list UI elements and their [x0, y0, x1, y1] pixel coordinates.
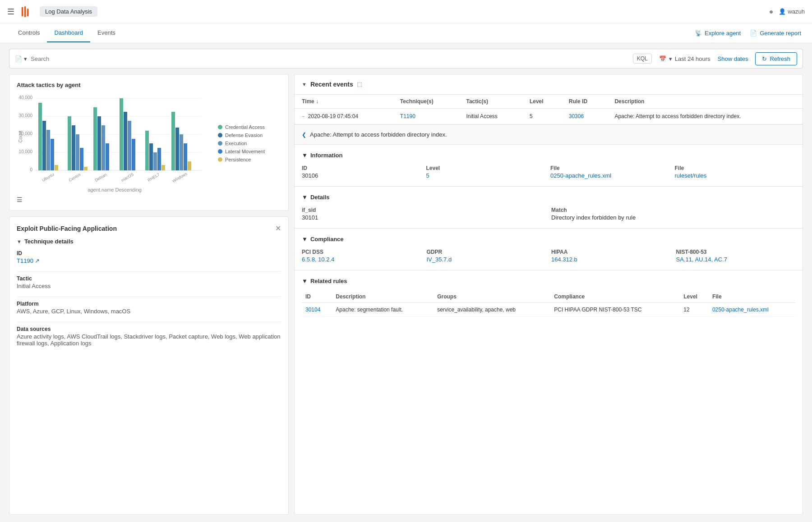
refresh-icon: ↻: [762, 55, 767, 62]
svg-rect-31: [132, 139, 135, 170]
related-rules-toggle[interactable]: ▼ Related rules: [302, 278, 795, 284]
compliance-section-title: Compliance: [310, 236, 344, 243]
exploit-header: Exploit Public-Facing Application ✕: [17, 224, 281, 233]
tab-events[interactable]: Events: [90, 24, 123, 42]
time-filter[interactable]: 📅 ▾ Last 24 hours: [659, 55, 710, 62]
information-section-toggle[interactable]: ▼ Information: [302, 152, 795, 159]
close-icon[interactable]: ✕: [275, 224, 281, 233]
document-icon: 📄: [15, 55, 22, 62]
info-file2-cell: File ruleset/rules: [675, 165, 796, 179]
info-level-link[interactable]: 5: [426, 172, 429, 179]
detail-panel-back-icon[interactable]: ❮: [302, 132, 306, 138]
svg-rect-2: [27, 9, 29, 17]
user-menu[interactable]: 👤 wazuh: [779, 8, 805, 15]
info-file2-link[interactable]: ruleset/rules: [675, 172, 707, 179]
svg-text:30,000: 30,000: [18, 113, 32, 118]
left-panel: Attack tactics by agent 40,000 30,000 20…: [9, 74, 289, 515]
generate-report-button[interactable]: 📄 Generate report: [750, 30, 801, 37]
svg-text:Ubuntu: Ubuntu: [41, 172, 55, 183]
chart-footer: ☰: [17, 196, 281, 203]
recent-events-external-link-icon[interactable]: ⬚: [357, 81, 362, 87]
refresh-button[interactable]: ↻ Refresh: [755, 52, 797, 65]
compliance-gdpr-link[interactable]: IV_35.7.d: [427, 256, 546, 263]
exploit-platform-label: Platform: [17, 301, 281, 307]
col-techniques: Technique(s): [393, 95, 459, 109]
rr-file-link[interactable]: 0250-apache_rules.xml: [712, 307, 769, 313]
svg-rect-29: [124, 112, 127, 170]
kql-badge[interactable]: KQL: [633, 54, 652, 64]
exploit-id-value[interactable]: T1190 ↗: [17, 257, 40, 264]
svg-rect-36: [161, 165, 165, 170]
compliance-hipaa-link[interactable]: 164.312.b: [551, 256, 671, 263]
explore-agent-button[interactable]: 📡 Explore agent: [695, 30, 741, 37]
nav-tabs: Controls Dashboard Events: [11, 24, 123, 42]
event-rule-id[interactable]: 30306: [562, 109, 608, 124]
user-name: wazuh: [788, 8, 805, 15]
compliance-pci-link[interactable]: 6.5.8, 10.2.4: [302, 256, 421, 263]
search-input[interactable]: [31, 55, 629, 62]
svg-rect-32: [145, 131, 149, 170]
col-description: Description: [607, 95, 803, 109]
rr-description: Apache: segmentation fault.: [332, 303, 434, 317]
event-level: 5: [522, 109, 562, 124]
main-content: Attack tactics by agent 40,000 30,000 20…: [0, 74, 812, 522]
info-id-cell: ID 30106: [302, 165, 423, 179]
exploit-platform-value: AWS, Azure, GCP, Linux, Windows, macOS: [17, 308, 281, 315]
user-icon: 👤: [779, 8, 786, 15]
info-file-link[interactable]: 0250-apache_rules.xml: [550, 172, 611, 179]
related-rules-section: ▼ Related rules ID Description Groups Co…: [295, 270, 803, 324]
compliance-gdpr-cell: GDPR IV_35.7.d: [427, 249, 546, 263]
time-filter-label: Last 24 hours: [675, 55, 710, 62]
svg-rect-26: [102, 125, 105, 170]
recent-events-chevron[interactable]: ▼: [302, 82, 307, 87]
logo: [20, 5, 34, 19]
details-section: ▼ Details if_sid 30101 Match Directory i…: [295, 187, 803, 229]
settings-icon[interactable]: ●: [769, 8, 774, 16]
legend-label-credential: Credential Access: [225, 124, 265, 130]
search-bar: 📄 ▾ KQL 📅 ▾ Last 24 hours Show dates ↻ R…: [9, 49, 803, 69]
legend-execution: Execution: [218, 141, 281, 146]
svg-rect-39: [180, 134, 183, 170]
exploit-tactic-value: Initial Access: [17, 283, 281, 289]
event-technique[interactable]: T1190: [393, 109, 459, 124]
svg-text:10,000: 10,000: [18, 149, 32, 154]
exploit-platform-row: Platform AWS, Azure, GCP, Linux, Windows…: [17, 301, 281, 315]
tab-controls[interactable]: Controls: [11, 24, 47, 42]
event-tactic: Initial Access: [459, 109, 522, 124]
row-expand-icon[interactable]: −: [302, 114, 304, 119]
rr-id-link[interactable]: 30104: [305, 307, 320, 313]
details-section-toggle[interactable]: ▼ Details: [302, 194, 795, 201]
compliance-section-toggle[interactable]: ▼ Compliance: [302, 236, 795, 243]
svg-rect-23: [84, 167, 88, 170]
details-match-cell: Match Directory index forbidden by rule: [551, 207, 795, 221]
top-nav-right: ● 👤 wazuh: [769, 8, 805, 16]
show-dates-button[interactable]: Show dates: [718, 55, 748, 62]
chart-legend: Credential Access Defense Evasion Execut…: [218, 94, 281, 192]
svg-rect-19: [68, 116, 71, 170]
legend-credential-access: Credential Access: [218, 124, 281, 130]
exploit-datasources-row: Data sources Azure activity logs, AWS Cl…: [17, 326, 281, 347]
calendar-dropdown-icon: ▾: [669, 55, 672, 62]
svg-rect-0: [22, 7, 23, 16]
hamburger-icon[interactable]: ☰: [7, 7, 14, 17]
explore-agent-icon: 📡: [695, 30, 702, 37]
list-view-icon[interactable]: ☰: [17, 196, 23, 203]
recent-events-title: Recent events: [310, 81, 353, 88]
svg-rect-20: [72, 125, 75, 170]
tab-dashboard[interactable]: Dashboard: [47, 24, 90, 42]
technique-details-toggle[interactable]: ▼ Technique details: [17, 238, 281, 245]
explore-agent-label: Explore agent: [705, 30, 741, 37]
svg-text:macOS: macOS: [120, 172, 134, 183]
chart-svg: 40,000 30,000 20,000 10,000 0 Count: [17, 94, 212, 192]
legend-label-defense: Defense Evasion: [225, 133, 263, 138]
compliance-nist-cell: NIST-800-53 SA.11, AU.14, AC.7: [676, 249, 796, 263]
generate-report-icon: 📄: [750, 30, 757, 37]
svg-rect-14: [38, 103, 42, 170]
exploit-title: Exploit Public-Facing Application: [17, 225, 117, 232]
related-rules-title: Related rules: [310, 278, 347, 284]
search-icon-wrap[interactable]: 📄 ▾: [15, 55, 27, 62]
events-table: Time ↓ Technique(s) Tactic(s) Level Rule…: [295, 95, 803, 124]
svg-rect-40: [184, 143, 187, 170]
rr-compliance: PCI HIPAA GDPR NIST-800-53 TSC: [550, 303, 680, 317]
compliance-nist-link[interactable]: SA.11, AU.14, AC.7: [676, 256, 796, 263]
